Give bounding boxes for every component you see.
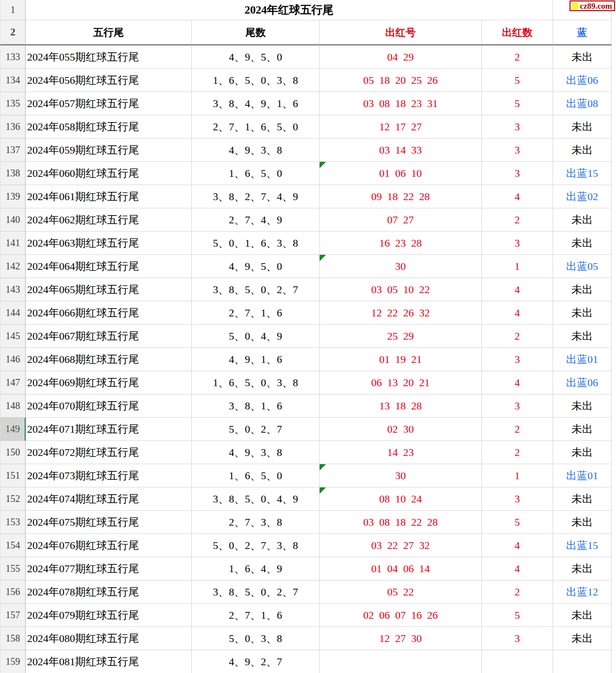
red-count-cell[interactable]: 4 xyxy=(482,185,553,208)
red-count-cell[interactable]: 1 xyxy=(482,255,553,278)
red-numbers-cell[interactable]: 06 13 20 21 xyxy=(320,371,482,394)
period-name-cell[interactable]: 2024年079期红球五行尾 xyxy=(26,604,192,627)
red-numbers-cell[interactable]: 14 23 xyxy=(320,441,482,464)
red-count-cell[interactable]: 4 xyxy=(482,534,553,557)
period-name-cell[interactable]: 2024年073期红球五行尾 xyxy=(26,464,192,487)
period-name-cell[interactable]: 2024年059期红球五行尾 xyxy=(26,139,192,162)
tails-cell[interactable]: 2、7、1、6 xyxy=(192,604,320,627)
red-numbers-cell[interactable]: 03 05 10 22 xyxy=(320,278,482,301)
row-number-cell[interactable]: 159 xyxy=(0,650,26,673)
red-count-cell[interactable]: 5 xyxy=(482,92,553,115)
red-numbers-cell[interactable]: 30 xyxy=(320,464,482,487)
blue-result-cell[interactable]: 出蓝08 xyxy=(553,92,612,115)
blue-result-cell[interactable]: 出蓝15 xyxy=(553,162,612,185)
blue-result-cell[interactable]: 未出 xyxy=(553,325,612,348)
row-number-cell[interactable]: 136 xyxy=(0,115,26,139)
red-count-cell[interactable]: 3 xyxy=(482,627,553,650)
row-number-cell[interactable]: 157 xyxy=(0,604,26,627)
blue-result-cell[interactable]: 未出 xyxy=(553,232,612,255)
blue-result-cell[interactable]: 未出 xyxy=(553,394,612,418)
tails-cell[interactable]: 4、9、2、7 xyxy=(192,650,320,673)
blue-result-cell[interactable]: 未出 xyxy=(553,487,612,511)
tails-cell[interactable]: 2、7、4、9 xyxy=(192,208,320,232)
red-count-cell[interactable]: 2 xyxy=(482,208,553,232)
row-number-cell[interactable]: 158 xyxy=(0,627,26,650)
red-count-cell[interactable]: 5 xyxy=(482,69,553,92)
blue-result-cell[interactable]: 出蓝01 xyxy=(553,464,612,487)
red-count-cell[interactable]: 3 xyxy=(482,139,553,162)
period-name-cell[interactable]: 2024年070期红球五行尾 xyxy=(26,394,192,418)
red-numbers-cell[interactable]: 02 06 07 16 26 xyxy=(320,604,482,627)
row-number-cell[interactable]: 147 xyxy=(0,371,26,394)
col-header-red-count[interactable]: 出红数 xyxy=(482,20,553,46)
red-count-cell[interactable]: 2 xyxy=(482,46,553,69)
period-name-cell[interactable]: 2024年066期红球五行尾 xyxy=(26,301,192,325)
red-numbers-cell[interactable]: 05 18 20 25 26 xyxy=(320,69,482,92)
sheet-title-cell[interactable]: 2024年红球五行尾 xyxy=(26,0,553,20)
blue-result-cell[interactable]: 未出 xyxy=(553,511,612,534)
red-count-cell[interactable]: 3 xyxy=(482,487,553,511)
red-numbers-cell[interactable]: 01 19 21 xyxy=(320,348,482,371)
red-count-cell[interactable]: 3 xyxy=(482,232,553,255)
red-numbers-cell[interactable]: 04 29 xyxy=(320,46,482,69)
period-name-cell[interactable]: 2024年064期红球五行尾 xyxy=(26,255,192,278)
red-count-cell[interactable]: 5 xyxy=(482,604,553,627)
row-number-cell[interactable]: 144 xyxy=(0,301,26,325)
row-number-cell[interactable]: 154 xyxy=(0,534,26,557)
blue-result-cell[interactable]: 出蓝15 xyxy=(553,534,612,557)
row-number-cell[interactable]: 142 xyxy=(0,255,26,278)
blue-result-cell[interactable]: 未出 xyxy=(553,46,612,69)
blue-result-cell[interactable]: 未出 xyxy=(553,208,612,232)
period-name-cell[interactable]: 2024年077期红球五行尾 xyxy=(26,557,192,580)
blue-result-cell[interactable]: 出蓝01 xyxy=(553,348,612,371)
tails-cell[interactable]: 2、7、3、8 xyxy=(192,511,320,534)
red-numbers-cell[interactable]: 12 17 27 xyxy=(320,115,482,139)
tails-cell[interactable]: 4、9、3、8 xyxy=(192,139,320,162)
row-number-cell[interactable]: 140 xyxy=(0,208,26,232)
row-number-cell[interactable]: 139 xyxy=(0,185,26,208)
period-name-cell[interactable]: 2024年067期红球五行尾 xyxy=(26,325,192,348)
red-count-cell[interactable]: 4 xyxy=(482,557,553,580)
period-name-cell[interactable]: 2024年056期红球五行尾 xyxy=(26,69,192,92)
red-count-cell[interactable]: 1 xyxy=(482,464,553,487)
red-numbers-cell[interactable]: 03 22 27 32 xyxy=(320,534,482,557)
tails-cell[interactable]: 1、6、5、0、3、8 xyxy=(192,371,320,394)
red-numbers-cell[interactable]: 01 06 10 xyxy=(320,162,482,185)
period-name-cell[interactable]: 2024年063期红球五行尾 xyxy=(26,232,192,255)
tails-cell[interactable]: 1、6、5、0 xyxy=(192,162,320,185)
tails-cell[interactable]: 5、0、2、7 xyxy=(192,418,320,441)
period-name-cell[interactable]: 2024年076期红球五行尾 xyxy=(26,534,192,557)
col-header-five-element-tail[interactable]: 五行尾 xyxy=(26,20,192,46)
blue-result-cell[interactable]: 出蓝06 xyxy=(553,371,612,394)
red-numbers-cell[interactable]: 07 27 xyxy=(320,208,482,232)
col-header-tail-numbers[interactable]: 尾数 xyxy=(192,20,320,46)
blue-result-cell[interactable]: 未出 xyxy=(553,278,612,301)
row-number-cell[interactable]: 152 xyxy=(0,487,26,511)
blue-result-cell[interactable]: 出蓝06 xyxy=(553,69,612,92)
tails-cell[interactable]: 5、0、3、8 xyxy=(192,627,320,650)
red-count-cell[interactable]: 4 xyxy=(482,278,553,301)
tails-cell[interactable]: 4、9、5、0 xyxy=(192,46,320,69)
tails-cell[interactable]: 1、6、5、0、3、8 xyxy=(192,69,320,92)
red-numbers-cell[interactable]: 25 29 xyxy=(320,325,482,348)
row-header-cell[interactable]: 1 xyxy=(0,0,26,20)
red-count-cell[interactable]: 4 xyxy=(482,301,553,325)
red-count-cell[interactable]: 2 xyxy=(482,325,553,348)
row-header-cell[interactable]: 2 xyxy=(0,20,26,46)
blue-result-cell[interactable]: 出蓝12 xyxy=(553,580,612,604)
red-count-cell[interactable]: 5 xyxy=(482,511,553,534)
tails-cell[interactable]: 3、8、5、0、4、9 xyxy=(192,487,320,511)
red-numbers-cell[interactable]: 03 08 18 22 28 xyxy=(320,511,482,534)
row-number-cell[interactable]: 145 xyxy=(0,325,26,348)
row-number-cell[interactable]: 138 xyxy=(0,162,26,185)
period-name-cell[interactable]: 2024年062期红球五行尾 xyxy=(26,208,192,232)
period-name-cell[interactable]: 2024年060期红球五行尾 xyxy=(26,162,192,185)
period-name-cell[interactable]: 2024年071期红球五行尾 xyxy=(26,418,192,441)
period-name-cell[interactable]: 2024年069期红球五行尾 xyxy=(26,371,192,394)
tails-cell[interactable]: 1、6、5、0 xyxy=(192,464,320,487)
row-number-cell[interactable]: 146 xyxy=(0,348,26,371)
red-numbers-cell[interactable]: 03 08 18 23 31 xyxy=(320,92,482,115)
period-name-cell[interactable]: 2024年080期红球五行尾 xyxy=(26,627,192,650)
blue-result-cell[interactable]: 未出 xyxy=(553,441,612,464)
tails-cell[interactable]: 4、9、1、6 xyxy=(192,348,320,371)
